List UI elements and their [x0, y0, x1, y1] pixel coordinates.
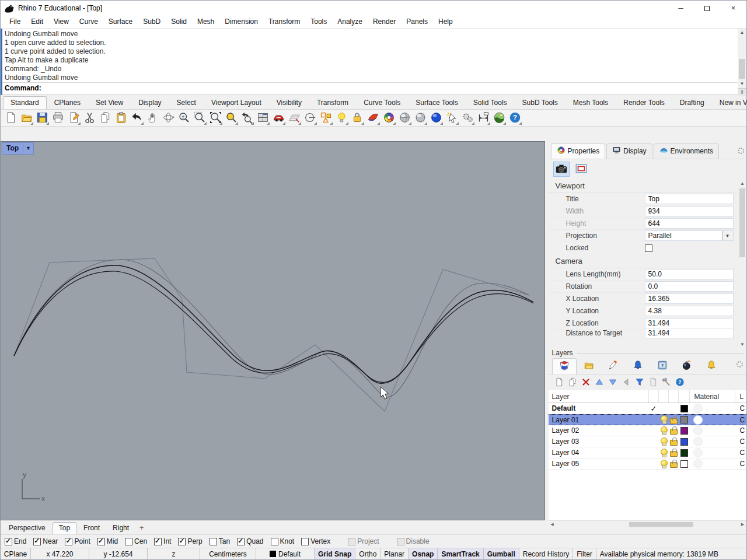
layer-material-cell[interactable] [690, 437, 735, 446]
osnap-cen[interactable]: Cen [125, 537, 147, 545]
properties-scrollbar[interactable]: ▲ ▼ [738, 179, 746, 348]
help-ball-button[interactable]: ? [674, 377, 686, 388]
layer-row-layer-03[interactable]: Layer 03C [549, 436, 746, 447]
menu-panels[interactable]: Panels [401, 16, 433, 27]
new-document-icon[interactable] [3, 110, 18, 125]
layer-color-swatch[interactable] [680, 438, 688, 446]
status-osnap[interactable]: Osnap [409, 548, 438, 559]
selection-pointer-icon[interactable] [444, 110, 459, 125]
viewport-title-label[interactable]: Top ▼ [2, 142, 34, 155]
layer-linetype-cell[interactable]: C [735, 404, 745, 412]
curves-canvas[interactable]: y x [1, 142, 544, 520]
scroll-thumb[interactable] [739, 59, 745, 79]
toolbar-tab-visibility[interactable]: Visibility [269, 96, 309, 109]
osnap-checkbox-cen[interactable] [125, 538, 132, 545]
collapse-button[interactable] [620, 377, 632, 388]
render-blue-sphere-icon[interactable] [428, 110, 444, 125]
osnap-checkbox-project[interactable] [348, 538, 355, 545]
menu-edit[interactable]: Edit [26, 16, 48, 27]
layer-lock-cell[interactable] [669, 426, 679, 435]
osnap-tan[interactable]: Tan [210, 537, 230, 545]
toolbar-tab-curve-tools[interactable]: Curve Tools [356, 96, 408, 109]
property-value-input[interactable]: 50.0 [645, 269, 734, 279]
osnap-checkbox-quad[interactable] [237, 538, 245, 545]
viewport-menu-arrow-icon[interactable]: ▼ [23, 143, 33, 154]
unlocked-icon[interactable] [670, 426, 678, 435]
status-planar[interactable]: Planar [381, 548, 409, 559]
status-centimeters[interactable]: Centimeters [200, 548, 256, 559]
object-snap-shapes-icon[interactable] [318, 110, 333, 125]
folder-tab[interactable] [577, 358, 601, 374]
osnap-perp[interactable]: Perp [178, 537, 202, 545]
edit-document-icon[interactable] [66, 110, 81, 125]
menu-mesh[interactable]: Mesh [192, 16, 219, 27]
dropdown-arrow-icon[interactable]: ▼ [722, 231, 733, 240]
layer-row-layer-04[interactable]: Layer 04C [549, 447, 746, 459]
layer-material-cell[interactable] [690, 404, 735, 413]
paste-icon[interactable] [113, 110, 128, 125]
scroll-track[interactable] [738, 37, 746, 80]
layer-color-cell[interactable] [679, 438, 690, 446]
lightbulb-icon[interactable] [660, 460, 667, 468]
copy-icon[interactable] [97, 110, 113, 125]
osnap-checkbox-mid[interactable] [97, 538, 105, 545]
bell-yellow-tab[interactable] [699, 358, 724, 374]
layer-linetype-cell[interactable]: C [735, 416, 745, 424]
layer-color-cell[interactable] [679, 416, 690, 424]
red-car-icon[interactable] [271, 110, 286, 125]
help-panel-tab[interactable]: ? [650, 358, 675, 374]
scroll-right-icon[interactable]: ▶ [739, 521, 746, 528]
layers-hscrollbar[interactable]: ◀ ▶ [549, 520, 746, 527]
open-file-icon[interactable] [19, 110, 34, 125]
layer-material-cell[interactable] [690, 459, 735, 468]
layer-row-layer-02[interactable]: Layer 02C [549, 425, 746, 436]
osnap-end[interactable]: End [5, 537, 26, 545]
current-layer-cell[interactable]: ✓ [649, 404, 659, 413]
options-gears-icon[interactable] [460, 110, 475, 125]
menu-surface[interactable]: Surface [103, 16, 138, 27]
menu-analyze[interactable]: Analyze [332, 16, 368, 27]
scroll-down-icon[interactable]: ▼ [738, 80, 746, 88]
layer-linetype-cell[interactable]: C [735, 438, 745, 446]
status-z[interactable]: z [148, 548, 200, 559]
layer-row-layer-01[interactable]: Layer 01C [549, 414, 746, 425]
property-value-input[interactable]: 4.38 [645, 306, 734, 316]
menu-file[interactable]: File [4, 16, 26, 27]
zoom-selected-icon[interactable] [224, 110, 239, 125]
layer-name[interactable]: Layer 02 [549, 426, 649, 435]
tools-hammer-button[interactable] [661, 377, 672, 388]
scroll-track[interactable] [738, 187, 746, 340]
osnap-quad[interactable]: Quad [237, 537, 263, 545]
toolbar-tab-select[interactable]: Select [169, 96, 204, 109]
toolbar-tab-viewport-layout[interactable]: Viewport Layout [204, 96, 269, 109]
osnap-int[interactable]: Int [154, 537, 171, 545]
osnap-project[interactable]: Project [348, 537, 379, 545]
material-ball-icon[interactable] [693, 404, 703, 413]
curve-2[interactable] [14, 271, 533, 382]
render-sphere-icon[interactable] [397, 110, 412, 125]
viewport-title-text[interactable]: Top [2, 143, 23, 154]
scroll-up-icon[interactable]: ▲ [738, 29, 746, 37]
toolbar-tab-solid-tools[interactable]: Solid Tools [466, 96, 515, 109]
delete-layer-button[interactable] [580, 377, 592, 388]
layer-name[interactable]: Layer 01 [549, 416, 649, 424]
column-material[interactable]: Material [690, 390, 735, 402]
bell-blue-tab[interactable] [626, 358, 650, 374]
lightbulb-icon[interactable] [660, 415, 667, 424]
menu-render[interactable]: Render [368, 16, 401, 27]
layer-color-swatch[interactable] [680, 405, 688, 412]
scroll-thumb[interactable] [739, 188, 745, 257]
layer-lock-cell[interactable] [669, 449, 679, 457]
gray-curve[interactable] [14, 260, 529, 397]
layers-options-gear-icon[interactable] [736, 361, 743, 369]
undo-view-change-icon[interactable] [239, 110, 254, 125]
viewport-layout-icon[interactable] [255, 110, 270, 125]
layer-color-swatch[interactable] [680, 416, 688, 424]
material-ball-icon[interactable] [693, 415, 703, 425]
status-default[interactable]: Default [256, 548, 315, 559]
lightbulb-icon[interactable] [660, 426, 667, 435]
layer-row-layer-05[interactable]: Layer 05C [549, 459, 746, 470]
property-value-input[interactable]: 644 [645, 218, 734, 229]
status-filter[interactable]: Filter [573, 548, 596, 559]
layer-visibility-cell[interactable] [659, 438, 669, 446]
